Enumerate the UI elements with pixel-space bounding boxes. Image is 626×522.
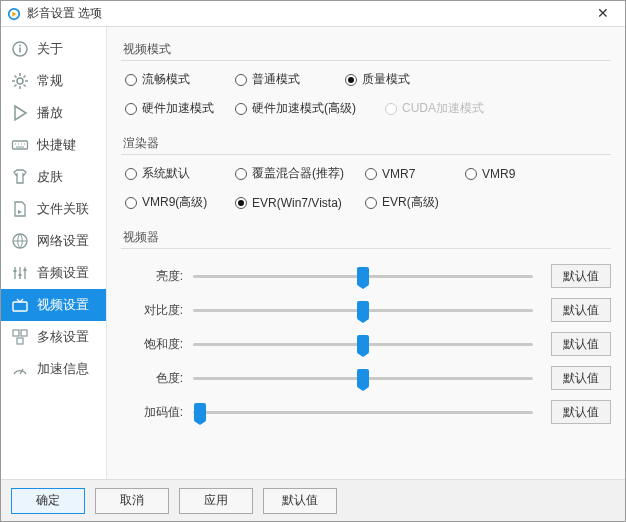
tv-icon xyxy=(11,296,29,314)
sidebar-item-file-assoc[interactable]: 文件关联 xyxy=(1,193,106,225)
window-title: 影音设置 选项 xyxy=(27,5,102,22)
sidebar-item-skin[interactable]: 皮肤 xyxy=(1,161,106,193)
radio-smooth-mode[interactable]: 流畅模式 xyxy=(125,71,235,88)
sidebar-label: 播放 xyxy=(37,104,63,122)
gear-icon xyxy=(11,72,29,90)
radio-quality-mode[interactable]: 质量模式 xyxy=(345,71,455,88)
svg-rect-11 xyxy=(13,330,19,336)
footer: 确定 取消 应用 默认值 xyxy=(1,479,625,521)
radio-renderer-evr[interactable]: EVR(Win7/Vista) xyxy=(235,194,365,211)
slider-label: 亮度: xyxy=(121,268,187,285)
sidebar-item-accel[interactable]: 加速信息 xyxy=(1,353,106,385)
globe-icon xyxy=(11,232,29,250)
defaults-button[interactable]: 默认值 xyxy=(263,488,337,514)
sidebar-item-multicore[interactable]: 多核设置 xyxy=(1,321,106,353)
group-video-proc: 视频器 亮度: 默认值 对比度: 默认值 饱和度: xyxy=(121,225,611,429)
slider-saturation[interactable] xyxy=(193,334,533,354)
play-icon xyxy=(11,104,29,122)
svg-rect-8 xyxy=(19,274,22,276)
svg-rect-7 xyxy=(14,270,17,272)
main-panel: 视频模式 流畅模式 普通模式 质量模式 硬件加速模式 硬件加速模式(高级) CU… xyxy=(107,27,625,479)
default-button-contrast[interactable]: 默认值 xyxy=(551,298,611,322)
radio-normal-mode[interactable]: 普通模式 xyxy=(235,71,345,88)
radio-renderer-vmr7[interactable]: VMR7 xyxy=(365,165,465,182)
group-title: 视频器 xyxy=(121,225,611,248)
sidebar-item-hotkey[interactable]: 快捷键 xyxy=(1,129,106,161)
slider-row-overdrive: 加码值: 默认值 xyxy=(121,395,611,429)
slider-row-saturation: 饱和度: 默认值 xyxy=(121,327,611,361)
default-button-saturation[interactable]: 默认值 xyxy=(551,332,611,356)
radio-renderer-evradv[interactable]: EVR(高级) xyxy=(365,194,465,211)
sidebar-item-about[interactable]: 关于 xyxy=(1,33,106,65)
close-button[interactable]: ✕ xyxy=(587,3,619,25)
svg-rect-5 xyxy=(13,141,28,149)
sidebar-label: 多核设置 xyxy=(37,328,89,346)
default-button-overdrive[interactable]: 默认值 xyxy=(551,400,611,424)
sidebar-label: 音频设置 xyxy=(37,264,89,282)
sidebar-label: 加速信息 xyxy=(37,360,89,378)
ok-button[interactable]: 确定 xyxy=(11,488,85,514)
sidebar-label: 文件关联 xyxy=(37,200,89,218)
svg-rect-3 xyxy=(19,48,21,53)
svg-rect-9 xyxy=(24,269,27,271)
cancel-button[interactable]: 取消 xyxy=(95,488,169,514)
info-icon xyxy=(11,40,29,58)
keyboard-icon xyxy=(11,136,29,154)
app-logo-icon xyxy=(7,7,21,21)
sidebar-label: 网络设置 xyxy=(37,232,89,250)
slider-hue[interactable] xyxy=(193,368,533,388)
slider-row-hue: 色度: 默认值 xyxy=(121,361,611,395)
slider-label: 色度: xyxy=(121,370,187,387)
group-renderer: 渲染器 系统默认 覆盖混合器(推荐) VMR7 VMR9 VMR9(高级) EV… xyxy=(121,131,611,219)
slider-label: 饱和度: xyxy=(121,336,187,353)
slider-label: 加码值: xyxy=(121,404,187,421)
radio-renderer-vmr9[interactable]: VMR9 xyxy=(465,165,515,182)
radio-renderer-default[interactable]: 系统默认 xyxy=(125,165,235,182)
group-video-mode: 视频模式 流畅模式 普通模式 质量模式 硬件加速模式 硬件加速模式(高级) CU… xyxy=(121,37,611,125)
svg-rect-13 xyxy=(17,338,23,344)
svg-point-4 xyxy=(17,78,23,84)
default-button-hue[interactable]: 默认值 xyxy=(551,366,611,390)
svg-rect-10 xyxy=(13,302,27,311)
svg-rect-12 xyxy=(21,330,27,336)
gauge-icon xyxy=(11,360,29,378)
sidebar-label: 视频设置 xyxy=(37,296,89,314)
group-title: 视频模式 xyxy=(121,37,611,60)
file-icon xyxy=(11,200,29,218)
slider-row-contrast: 对比度: 默认值 xyxy=(121,293,611,327)
sidebar-label: 关于 xyxy=(37,40,63,58)
slider-row-brightness: 亮度: 默认值 xyxy=(121,259,611,293)
shirt-icon xyxy=(11,168,29,186)
titlebar: 影音设置 选项 ✕ xyxy=(1,1,625,27)
svg-point-2 xyxy=(19,45,21,47)
settings-dialog: 影音设置 选项 ✕ 关于 常规 播放 快捷键 皮肤 xyxy=(0,0,626,522)
sidebar-item-playback[interactable]: 播放 xyxy=(1,97,106,129)
radio-renderer-vmr9adv[interactable]: VMR9(高级) xyxy=(125,194,235,211)
sidebar-label: 快捷键 xyxy=(37,136,76,154)
sliders-icon xyxy=(11,264,29,282)
sidebar-label: 常规 xyxy=(37,72,63,90)
slider-overdrive[interactable] xyxy=(193,402,533,422)
radio-cuda-mode: CUDA加速模式 xyxy=(385,100,484,117)
sidebar: 关于 常规 播放 快捷键 皮肤 文件关联 xyxy=(1,27,107,479)
slider-label: 对比度: xyxy=(121,302,187,319)
apply-button[interactable]: 应用 xyxy=(179,488,253,514)
sidebar-item-general[interactable]: 常规 xyxy=(1,65,106,97)
sidebar-item-network[interactable]: 网络设置 xyxy=(1,225,106,257)
sidebar-item-video[interactable]: 视频设置 xyxy=(1,289,106,321)
sidebar-label: 皮肤 xyxy=(37,168,63,186)
cores-icon xyxy=(11,328,29,346)
slider-contrast[interactable] xyxy=(193,300,533,320)
default-button-brightness[interactable]: 默认值 xyxy=(551,264,611,288)
slider-brightness[interactable] xyxy=(193,266,533,286)
radio-hwaccel-mode[interactable]: 硬件加速模式 xyxy=(125,100,235,117)
radio-hwaccel-adv-mode[interactable]: 硬件加速模式(高级) xyxy=(235,100,385,117)
group-title: 渲染器 xyxy=(121,131,611,154)
radio-renderer-overlay[interactable]: 覆盖混合器(推荐) xyxy=(235,165,365,182)
sidebar-item-audio[interactable]: 音频设置 xyxy=(1,257,106,289)
